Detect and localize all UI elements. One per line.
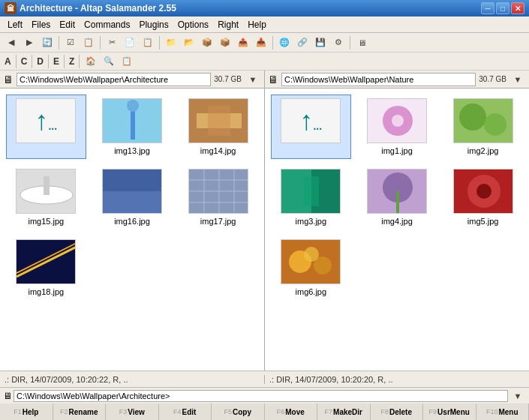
tb-btn-9[interactable]: 📦 [217,35,233,50]
up-icon: ↑... [35,105,57,136]
fkey-f6[interactable]: F6Move [265,404,318,420]
svg-point-23 [392,115,404,127]
menu-item-options[interactable]: Options [173,18,213,32]
file-name: img3.jpg [296,217,327,226]
fkey-f9[interactable]: F9UsrMenu [423,404,476,420]
tb2-btn-2[interactable]: 🔍 [101,54,117,69]
sep9 [64,55,65,68]
file-item[interactable]: img17.jpg [178,165,258,230]
window-controls: ─ □ ✕ [481,2,524,14]
tb-btn-5[interactable]: 📋 [80,35,97,50]
minimize-button[interactable]: ─ [481,2,494,14]
cmd-drop[interactable]: ▼ [509,388,526,404]
tb-btn-paste[interactable]: 📋 [140,35,156,50]
file-item[interactable]: img14.jpg [178,94,258,159]
fkey-f2[interactable]: F2Rename [53,404,107,420]
tb2-btn-3[interactable]: 📋 [119,54,135,69]
file-item[interactable]: ↑... [271,94,351,159]
fkey-label: UsrMenu [437,408,470,416]
sep3 [159,36,160,50]
maximize-button[interactable]: □ [496,2,509,14]
file-name: img18.jpg [28,287,64,296]
left-addr-drop[interactable]: ▼ [245,72,261,87]
fkey-f8[interactable]: F8Delete [371,404,424,420]
tb-btn-10[interactable]: 📤 [235,35,251,50]
thumbnail [367,98,427,143]
file-item[interactable]: img13.jpg [92,94,173,159]
file-item[interactable]: img4.jpg [357,165,437,230]
file-name: img17.jpg [200,217,236,226]
close-button[interactable]: ✕ [511,2,524,14]
file-item[interactable]: img18.jpg [6,236,86,300]
right-address-input[interactable] [281,73,476,86]
file-item[interactable]: img1.jpg [357,94,437,159]
menu-item-left[interactable]: Left [3,18,27,32]
sep4 [272,36,273,50]
tb-btn-11[interactable]: 📥 [253,35,269,50]
tb-btn-3[interactable]: 🔄 [39,35,56,50]
right-addr-drop[interactable]: ▼ [509,72,526,87]
left-address-input[interactable] [17,73,211,86]
tb2-btn-1[interactable]: 🏠 [83,54,99,69]
fkey-f1[interactable]: F1Help [0,404,53,420]
menu-item-right[interactable]: Right [213,18,243,32]
file-item[interactable]: img16.jpg [92,165,173,230]
menu-item-commands[interactable]: Commands [80,18,134,32]
file-item[interactable]: img6.jpg [271,236,351,300]
sep2 [100,36,101,50]
tb-btn-6[interactable]: 📁 [163,35,179,50]
fkey-f5[interactable]: F5Copy [212,404,265,420]
tb-btn-2[interactable]: ▶ [21,35,38,50]
file-item[interactable]: img5.jpg [443,165,523,230]
menu-item-files[interactable]: Files [27,18,55,32]
menu-item-edit[interactable]: Edit [55,18,80,32]
thumbnail [453,98,513,143]
tb-btn-7[interactable]: 📂 [181,35,197,50]
fkey-label: Help [23,408,39,416]
tb-btn-12[interactable]: 🌐 [276,35,293,50]
sep6 [16,55,17,68]
right-file-pane[interactable]: ↑...img1.jpgimg2.jpgimg3.jpgimg4.jpgimg5… [265,88,529,370]
fkey-f4[interactable]: F4Edit [159,404,212,420]
tb-btn-8[interactable]: 📦 [199,35,215,50]
right-file-grid: ↑...img1.jpgimg2.jpgimg3.jpgimg4.jpgimg5… [265,88,529,306]
file-name: img14.jpg [200,146,236,155]
cmd-input[interactable] [14,390,508,402]
fkey-label: Menu [498,408,518,416]
sep8 [48,55,49,68]
fkey-num: F5 [224,408,232,416]
fkey-f10[interactable]: F10Menu [476,404,530,420]
tb-btn-cut[interactable]: ✂ [104,35,120,50]
fkey-f3[interactable]: F3View [106,404,159,420]
menu-item-help[interactable]: Help [243,18,271,32]
file-item[interactable]: img3.jpg [271,165,351,230]
file-item[interactable]: img2.jpg [443,94,523,159]
tb-btn-16[interactable]: 🖥 [353,35,370,50]
func-keys: F1HelpF2RenameF3ViewF4EditF5CopyF6MoveF7… [0,404,529,420]
left-disk-size: 30.7 GB [214,75,242,83]
thumbnail: ↑... [281,98,341,143]
tb-btn-1[interactable]: ◀ [3,35,20,50]
tb-btn-4[interactable]: ☑ [62,35,79,50]
right-drive-icon: 🖥 [268,74,278,86]
thumbnail [188,98,248,143]
thumbnail [281,239,341,284]
menu-item-plugins[interactable]: Plugins [134,18,173,32]
file-item[interactable]: img15.jpg [6,165,86,230]
tb-btn-15[interactable]: ⚙ [330,35,347,50]
svg-rect-5 [208,106,230,136]
fkey-f7[interactable]: F7MakeDir [317,404,371,420]
thumbnail [16,169,76,214]
fkey-num: F6 [277,408,285,416]
tb-btn-13[interactable]: 🔗 [294,35,311,50]
app-icon: 🏛 [5,2,17,14]
fkey-num: F8 [380,408,389,416]
label-c: C [20,56,29,67]
file-item[interactable]: ↑... [6,94,86,159]
svg-rect-8 [44,176,50,195]
left-file-pane[interactable]: ↑...img13.jpgimg14.jpgimg15.jpgimg16.jpg… [0,88,265,370]
tb-btn-14[interactable]: 💾 [312,35,329,50]
sep10 [79,55,80,68]
toolbar-2: A C D E Z 🏠 🔍 📋 [0,52,529,70]
tb-btn-copy[interactable]: 📄 [122,35,138,50]
